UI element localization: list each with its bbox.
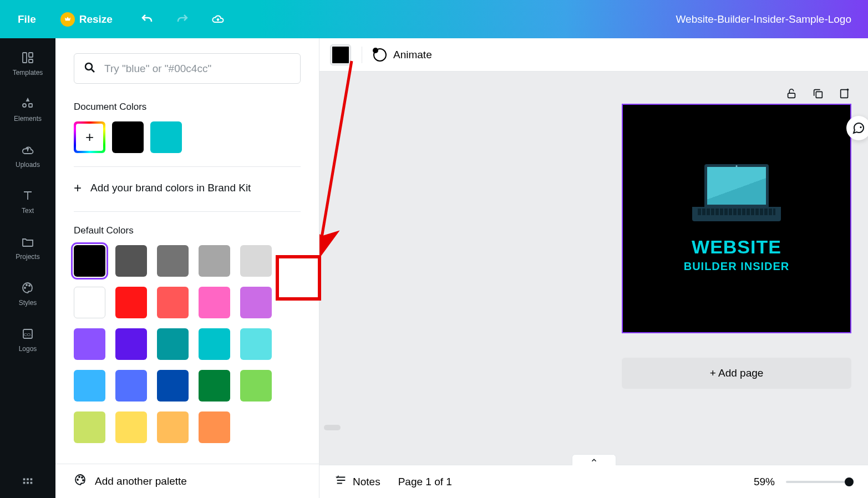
rail-label: Elements — [14, 115, 42, 123]
doc-color-swatch[interactable] — [150, 121, 182, 153]
default-color-swatch[interactable] — [240, 245, 272, 277]
canvas-area: Animate WEBSITE BUILDER INSIDER + — [319, 38, 868, 498]
svg-rect-10 — [23, 478, 26, 480]
default-color-swatch[interactable] — [199, 287, 230, 318]
animate-button[interactable]: Animate — [373, 48, 432, 62]
lock-icon[interactable] — [785, 87, 798, 100]
default-color-swatch[interactable] — [157, 328, 189, 360]
document-colors-label: Document Colors — [74, 101, 301, 113]
default-colors-grid — [74, 245, 301, 443]
file-menu[interactable]: File — [18, 13, 36, 26]
notes-button[interactable]: Notes — [335, 474, 380, 489]
palette-icon — [74, 473, 87, 489]
projects-icon — [21, 235, 35, 249]
rail-templates[interactable]: Templates — [13, 50, 43, 77]
divider — [74, 211, 301, 212]
default-color-swatch[interactable] — [115, 245, 147, 277]
svg-point-16 — [85, 63, 92, 70]
redo-icon[interactable] — [176, 13, 189, 26]
svg-point-20 — [83, 480, 84, 481]
rail-text[interactable]: Text — [21, 189, 35, 215]
add-page-icon[interactable] — [838, 87, 851, 100]
color-search[interactable] — [74, 53, 301, 84]
add-page-button[interactable]: + Add page — [622, 358, 851, 389]
add-palette-label: Add another palette — [95, 475, 187, 487]
svg-point-3 — [23, 104, 26, 107]
default-color-swatch[interactable] — [240, 370, 272, 402]
context-toolbar: Animate — [319, 38, 868, 72]
add-palette-button[interactable]: Add another palette — [55, 464, 319, 498]
svg-point-17 — [77, 479, 78, 480]
default-color-swatch[interactable] — [115, 328, 147, 360]
default-color-swatch[interactable] — [115, 411, 147, 443]
left-rail: Templates Elements Uploads Text Projects… — [0, 38, 55, 498]
rail-label: Templates — [13, 69, 43, 77]
horizontal-scrollbar[interactable] — [324, 425, 341, 430]
rail-elements[interactable]: Elements — [14, 96, 42, 123]
design-canvas[interactable]: WEBSITE BUILDER INSIDER — [622, 104, 851, 333]
search-icon — [83, 61, 97, 77]
text-icon — [21, 189, 35, 203]
default-color-swatch[interactable] — [115, 370, 147, 402]
add-color-swatch[interactable] — [74, 121, 105, 153]
rail-logos[interactable]: CO. Logos — [19, 327, 37, 353]
svg-rect-21 — [788, 93, 795, 98]
default-color-swatch[interactable] — [157, 245, 189, 277]
undo-icon[interactable] — [140, 13, 154, 26]
svg-rect-12 — [31, 478, 33, 480]
default-color-swatch[interactable] — [157, 287, 189, 318]
svg-rect-4 — [29, 104, 32, 107]
document-title[interactable]: Website-Builder-Insider-Sample-Logo — [676, 13, 851, 26]
zoom-level[interactable]: 59% — [754, 476, 775, 488]
default-color-swatch[interactable] — [199, 245, 230, 277]
default-color-swatch[interactable] — [157, 370, 189, 402]
animate-label: Animate — [393, 49, 432, 61]
default-color-swatch[interactable] — [199, 328, 230, 360]
svg-rect-2 — [29, 59, 33, 63]
comment-fab[interactable] — [846, 116, 868, 140]
logo-subtitle-text: BUILDER INSIDER — [684, 260, 790, 273]
default-color-swatch[interactable] — [199, 370, 230, 402]
resize-label: Resize — [79, 13, 113, 26]
default-color-swatch[interactable] — [74, 287, 105, 318]
bottom-bar: Notes Page 1 of 1 59% — [319, 465, 868, 498]
default-color-swatch[interactable] — [240, 287, 272, 318]
default-color-swatch[interactable] — [74, 370, 105, 402]
svg-point-19 — [82, 477, 83, 478]
canvas-stage[interactable]: WEBSITE BUILDER INSIDER + Add page — [319, 72, 868, 465]
brand-kit-link[interactable]: + Add your brand colors in Brand Kit — [74, 180, 301, 196]
expand-timeline-tab[interactable] — [572, 454, 616, 465]
current-fill-color[interactable] — [331, 45, 351, 65]
rail-projects[interactable]: Projects — [16, 235, 39, 261]
rail-styles[interactable]: Styles — [19, 281, 37, 307]
svg-rect-15 — [31, 482, 33, 484]
color-search-input[interactable] — [104, 63, 291, 75]
default-color-swatch[interactable] — [74, 245, 105, 277]
doc-color-swatch[interactable] — [112, 121, 144, 153]
zoom-slider[interactable] — [786, 481, 852, 483]
logos-icon: CO. — [21, 327, 35, 341]
duplicate-page-icon[interactable] — [811, 87, 825, 100]
default-color-swatch[interactable] — [115, 287, 147, 318]
default-color-swatch[interactable] — [157, 411, 189, 443]
svg-point-6 — [26, 284, 27, 286]
rail-more[interactable] — [21, 474, 35, 488]
rail-label: Projects — [16, 253, 39, 261]
resize-button[interactable]: Resize — [60, 12, 113, 27]
svg-rect-14 — [27, 482, 29, 484]
laptop-graphic — [692, 164, 781, 225]
rail-label: Uploads — [16, 161, 40, 169]
rail-uploads[interactable]: Uploads — [16, 143, 40, 169]
svg-rect-13 — [23, 482, 26, 484]
divider — [74, 166, 301, 167]
document-colors-row — [74, 121, 301, 153]
page-indicator[interactable]: Page 1 of 1 — [398, 476, 452, 488]
notes-label: Notes — [353, 476, 380, 488]
default-color-swatch[interactable] — [199, 411, 230, 443]
cloud-sync-icon[interactable] — [211, 13, 225, 26]
default-color-swatch[interactable] — [74, 411, 105, 443]
default-color-swatch[interactable] — [74, 328, 105, 360]
default-colors-label: Default Colors — [74, 225, 301, 236]
notes-icon — [335, 474, 347, 489]
default-color-swatch[interactable] — [240, 328, 272, 360]
